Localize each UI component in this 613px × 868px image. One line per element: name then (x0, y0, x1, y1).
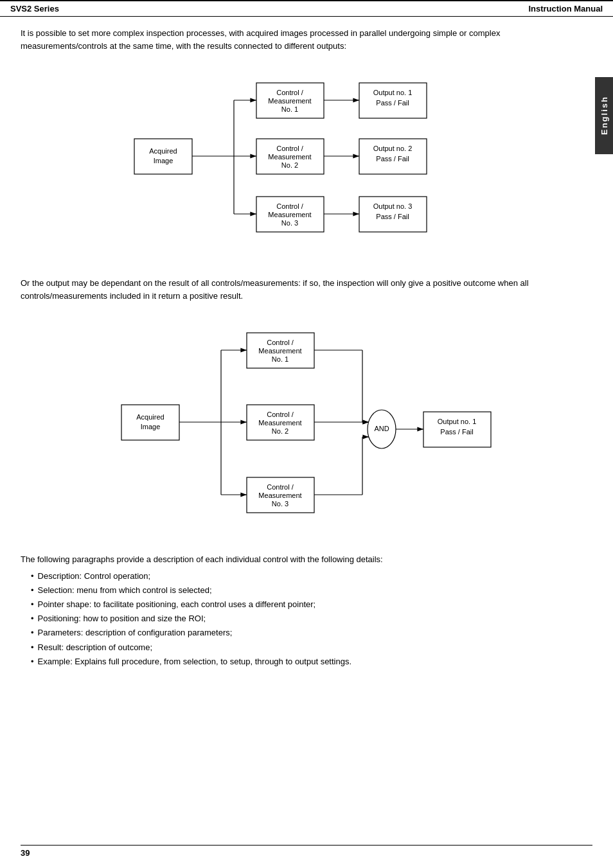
ctrl1-text-1: Control / (276, 89, 304, 96)
ctrl3-text-3: No. 3 (281, 219, 298, 227)
intro-paragraph: It is possible to set more complex inspe… (21, 27, 582, 52)
ctrl23-text-3: No. 3 (272, 500, 289, 508)
out2-text-2: Pass / Fail (376, 155, 409, 163)
header-manual: Instruction Manual (528, 4, 603, 13)
acq-image2-text-1: Acquired (136, 413, 164, 421)
ctrl23-text-1: Control / (267, 483, 294, 491)
page-header: SVS2 Series Instruction Manual (0, 0, 613, 17)
bullet-item-3: Pointer shape: to facilitate positioning… (31, 598, 582, 612)
ctrl21-text-1: Control / (267, 339, 294, 346)
out1-text-1: Output no. 1 (373, 89, 413, 96)
diagram2-container: Acquired Image Control / Measurement No.… (21, 315, 582, 533)
ctrl21-text-3: No. 1 (272, 355, 289, 363)
ctrl22-text-1: Control / (267, 411, 294, 418)
ctrl2-text-2: Measurement (268, 153, 311, 161)
ctrl1-text-3: No. 1 (281, 105, 298, 113)
bullet-item-7: Example: Explains full procedure, from s… (31, 655, 582, 669)
ctrl2-text-3: No. 2 (281, 161, 298, 169)
and-label: AND (374, 425, 389, 432)
out2-text-1: Output no. 2 (373, 145, 413, 152)
language-tab: English (595, 77, 613, 154)
page-footer: 39 (21, 845, 592, 858)
out3-text-2: Pass / Fail (376, 213, 409, 220)
between-paragraph: Or the output may be dependant on the re… (21, 277, 582, 302)
header-series: SVS2 Series (10, 4, 59, 13)
diagram2-svg: Acquired Image Control / Measurement No.… (109, 315, 494, 533)
acq-image-text-2: Image (154, 157, 173, 164)
bullet-item-6: Result: description of outcome; (31, 641, 582, 655)
bullet-section: The following paragraphs provide a descr… (21, 553, 582, 669)
page: SVS2 Series Instruction Manual English I… (0, 0, 613, 868)
out21-text-2: Pass / Fail (440, 428, 473, 436)
ctrl22-text-2: Measurement (258, 419, 301, 427)
ctrl22-text-3: No. 2 (272, 427, 289, 435)
main-content: It is possible to set more complex inspe… (0, 17, 613, 679)
out1-text-2: Pass / Fail (376, 99, 409, 107)
bullet-item-4: Positioning: how to position and size th… (31, 612, 582, 626)
page-number: 39 (21, 848, 30, 858)
bullet-item-2: Selection: menu from which control is se… (31, 583, 582, 598)
ctrl2-text-1: Control / (276, 145, 304, 152)
acq-image2-text-2: Image (141, 423, 161, 430)
ctrl3-text-2: Measurement (268, 211, 311, 218)
bullet-intro: The following paragraphs provide a descr… (21, 553, 582, 567)
out3-text-1: Output no. 3 (373, 202, 413, 210)
acq-image-text-1: Acquired (149, 147, 177, 155)
diagram1-container: Acquired Image Control / Measurement No.… (21, 65, 582, 258)
ctrl3-text-1: Control / (276, 202, 304, 210)
out21-text-1: Output no. 1 (438, 418, 477, 425)
ctrl23-text-2: Measurement (258, 492, 301, 499)
bullet-item-5: Parameters: description of configuration… (31, 626, 582, 640)
ctrl1-text-2: Measurement (268, 97, 311, 105)
bullet-item-1: Description: Control operation; (31, 569, 582, 583)
bullet-list: Description: Control operation; Selectio… (21, 569, 582, 669)
diagram1-svg: Acquired Image Control / Measurement No.… (121, 65, 481, 258)
ctrl21-text-2: Measurement (258, 347, 301, 355)
